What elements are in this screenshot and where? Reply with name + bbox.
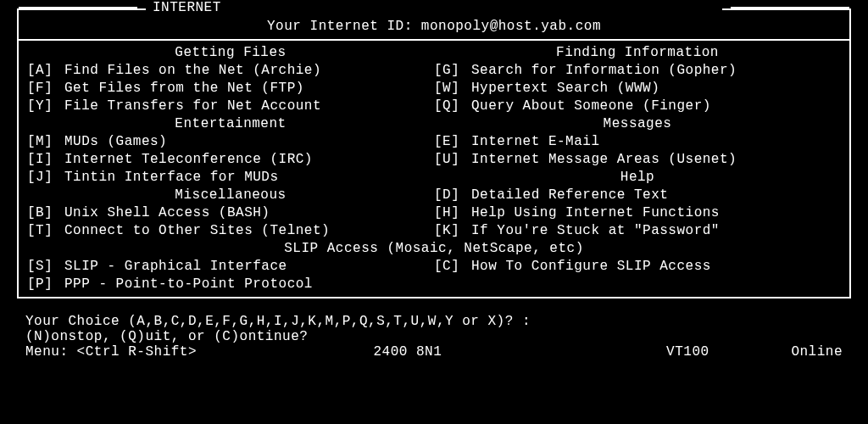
- status-bar: Menu: <Ctrl R-Shift> 2400 8N1 VT100 Onli…: [17, 344, 851, 360]
- label-k: If You're Stuck at "Password": [471, 222, 841, 240]
- choice-prompt[interactable]: Your Choice (A,B,C,D,E,F,G,H,I,J,K,M,P,Q…: [25, 314, 851, 329]
- menu-item-e[interactable]: [E]Internet E-Mail: [434, 133, 841, 151]
- key-a: [A]: [27, 62, 64, 80]
- key-c: [C]: [434, 258, 471, 276]
- menu-item-f[interactable]: [F]Get Files from the Net (FTP): [27, 80, 434, 98]
- status-term: VT100: [666, 344, 791, 360]
- menu-item-j[interactable]: [J]Tintin Interface for MUDs: [27, 169, 434, 187]
- continue-prompt[interactable]: (N)onstop, (Q)uit, or (C)ontinue?: [25, 329, 851, 344]
- menu-item-u[interactable]: [U]Internet Message Areas (Usenet): [434, 151, 841, 169]
- status-menu: Menu: <Ctrl R-Shift>: [25, 344, 373, 360]
- label-t: Connect to Other Sites (Telnet): [64, 222, 434, 240]
- heading-finding-info: Finding Information: [434, 44, 841, 62]
- menu-item-q[interactable]: [Q]Query About Someone (Finger): [434, 98, 841, 115]
- heading-messages: Messages: [434, 115, 841, 133]
- key-q: [Q]: [434, 98, 471, 115]
- menu-item-h[interactable]: [H]Help Using Internet Functions: [434, 204, 841, 222]
- heading-entertainment: Entertainment: [27, 115, 434, 133]
- menu-item-i[interactable]: [I]Internet Teleconference (IRC): [27, 151, 434, 169]
- key-p: [P]: [27, 276, 64, 293]
- title-line-left: [19, 7, 137, 8]
- menu-item-w[interactable]: [W]Hypertext Search (WWW): [434, 80, 841, 98]
- key-m: [M]: [27, 133, 64, 151]
- label-f: Get Files from the Net (FTP): [64, 80, 434, 98]
- key-j: [J]: [27, 169, 64, 187]
- menu-item-s[interactable]: [S]SLIP - Graphical Interface: [27, 258, 434, 276]
- label-m: MUDs (Games): [64, 133, 434, 151]
- key-g: [G]: [434, 62, 471, 80]
- heading-help: Help: [434, 169, 841, 187]
- menu-item-t[interactable]: [T]Connect to Other Sites (Telnet): [27, 222, 434, 240]
- key-i: [I]: [27, 151, 64, 169]
- label-g: Search for Information (Gopher): [471, 62, 841, 80]
- menu-box: INTERNET Your Internet ID: monopoly@host…: [17, 8, 851, 298]
- key-h: [H]: [434, 204, 471, 222]
- heading-misc: Miscellaneous: [27, 187, 434, 204]
- key-w: [W]: [434, 80, 471, 98]
- label-a: Find Files on the Net (Archie): [64, 62, 434, 80]
- status-online: Online: [791, 344, 843, 360]
- key-f: [F]: [27, 80, 64, 98]
- box-title: INTERNET: [19, 0, 849, 15]
- key-y: [Y]: [27, 98, 64, 115]
- status-baud: 2400 8N1: [373, 344, 666, 360]
- label-j: Tintin Interface for MUDs: [64, 169, 434, 187]
- title-line-right: [731, 7, 849, 8]
- label-c: How To Configure SLIP Access: [471, 258, 841, 276]
- key-k: [K]: [434, 222, 471, 240]
- menu-item-p[interactable]: [P]PPP - Point-to-Point Protocol: [27, 276, 434, 293]
- label-y: File Transfers for Net Account: [64, 98, 434, 115]
- label-s: SLIP - Graphical Interface: [64, 258, 434, 276]
- label-i: Internet Teleconference (IRC): [64, 151, 434, 169]
- menu-item-y[interactable]: [Y]File Transfers for Net Account: [27, 98, 434, 115]
- key-t: [T]: [27, 222, 64, 240]
- menu-item-g[interactable]: [G]Search for Information (Gopher): [434, 62, 841, 80]
- menu-item-k[interactable]: [K]If You're Stuck at "Password": [434, 222, 841, 240]
- menu-item-m[interactable]: [M]MUDs (Games): [27, 133, 434, 151]
- key-e: [E]: [434, 133, 471, 151]
- key-b: [B]: [27, 204, 64, 222]
- menu-item-b[interactable]: [B]Unix Shell Access (BASH): [27, 204, 434, 222]
- heading-slip: SLIP Access (Mosaic, NetScape, etc): [27, 240, 841, 258]
- key-s: [S]: [27, 258, 64, 276]
- label-d: Detailed Reference Text: [471, 187, 841, 204]
- key-u: [U]: [434, 151, 471, 169]
- menu-item-d[interactable]: [D]Detailed Reference Text: [434, 187, 841, 204]
- label-h: Help Using Internet Functions: [471, 204, 841, 222]
- heading-getting-files: Getting Files: [27, 44, 434, 62]
- label-u: Internet Message Areas (Usenet): [471, 151, 841, 169]
- label-e: Internet E-Mail: [471, 133, 841, 151]
- label-b: Unix Shell Access (BASH): [64, 204, 434, 222]
- internet-id: Your Internet ID: monopoly@host.yab.com: [19, 17, 849, 41]
- menu-item-c[interactable]: [C]How To Configure SLIP Access: [434, 258, 841, 276]
- label-w: Hypertext Search (WWW): [471, 80, 841, 98]
- menu-item-a[interactable]: [A]Find Files on the Net (Archie): [27, 62, 434, 80]
- title-text: INTERNET: [146, 0, 722, 15]
- key-d: [D]: [434, 187, 471, 204]
- label-p: PPP - Point-to-Point Protocol: [64, 276, 434, 293]
- label-q: Query About Someone (Finger): [471, 98, 841, 115]
